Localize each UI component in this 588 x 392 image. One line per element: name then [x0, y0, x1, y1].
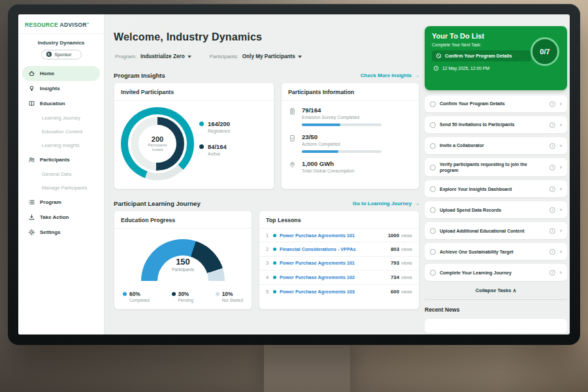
brand-advisor: ADVISOR: [59, 22, 86, 28]
top-lessons-card: Top Lessons 1 Power Purchase Agreements …: [259, 210, 419, 310]
task-row-invite-collaborator[interactable]: Invite a Collaborator i ›: [425, 137, 567, 154]
sidebar-item-education-content[interactable]: Education Content: [22, 125, 100, 139]
progress-track: [302, 123, 382, 126]
checkbox-circle-icon[interactable]: [430, 143, 436, 149]
task-row-upload-spend-data[interactable]: Upload Spend Data Records i ›: [425, 201, 567, 218]
sidebar-item-learning-journey[interactable]: Learning Journey: [22, 111, 100, 125]
sidebar-item-settings[interactable]: Settings: [22, 225, 100, 240]
todo-next-task[interactable]: Confirm Your Program Details: [432, 50, 531, 61]
lesson-link[interactable]: Power Purchase Agreements 101: [280, 233, 388, 238]
monitor-stand: [264, 340, 350, 392]
task-row-complete-learning-journey[interactable]: Complete Your Learning Journey i ›: [425, 264, 567, 281]
sidebar-item-home[interactable]: Home: [22, 66, 100, 81]
participants-dropdown[interactable]: Participants: Only My Participants: [210, 54, 302, 59]
task-row-explore-insights[interactable]: Explore Your Insights Dashboard i ›: [425, 180, 567, 197]
legend-dot: [172, 292, 176, 296]
emission-survey-icon: [288, 107, 297, 126]
sidebar-item-learning-insights[interactable]: Learning Insights: [22, 139, 100, 152]
chevron-right-icon: ›: [560, 143, 562, 149]
task-row-confirm-program[interactable]: Confirm Your Program Details i ›: [425, 95, 567, 112]
info-icon[interactable]: i: [549, 186, 555, 192]
sidebar-item-program[interactable]: Program: [22, 195, 100, 210]
sidebar-item-label: Insights: [40, 86, 60, 91]
chevron-up-icon: ∧: [513, 287, 517, 293]
collapse-tasks-button[interactable]: Collapse Tasks ∧: [425, 285, 567, 295]
legend-dot: [199, 122, 204, 126]
sidebar-item-take-action[interactable]: Take Action: [22, 210, 100, 225]
sidebar-item-participants[interactable]: Participants: [22, 152, 100, 167]
chevron-down-icon: [298, 56, 302, 58]
education-icon: [27, 99, 35, 107]
legend-dot: [199, 144, 204, 149]
lesson-bullet: [273, 234, 276, 237]
learning-cards-row: Education Progress 150 Participants 60% …: [114, 210, 419, 310]
participants-icon: [27, 155, 35, 163]
info-icon[interactable]: i: [549, 207, 555, 213]
lesson-link[interactable]: Power Purchase Agreements 103: [280, 289, 391, 295]
legend-item-completed: 60% Completed: [123, 291, 150, 302]
info-icon[interactable]: i: [549, 228, 555, 234]
chevron-right-icon: ›: [560, 122, 562, 128]
education-progress-card: Education Progress 150 Participants 60% …: [114, 210, 252, 310]
sidebar-item-label: Participants: [40, 157, 70, 163]
sidebar-item-education[interactable]: Education: [22, 96, 100, 111]
section-title: Program Insights: [114, 72, 165, 79]
check-more-insights-link[interactable]: Check More Insights →: [361, 73, 419, 78]
lesson-link[interactable]: Power Purchase Agreements 102: [280, 274, 391, 280]
legend-dot: [216, 292, 220, 296]
legend-item-active: 84/164 Active: [199, 143, 230, 156]
sidebar-item-label: Education: [40, 101, 65, 106]
info-icon[interactable]: i: [549, 143, 555, 149]
recent-news-card[interactable]: [425, 319, 567, 333]
chevron-right-icon: ›: [560, 165, 562, 171]
task-row-send-invitations[interactable]: Send 50 Invitations to Participants i ›: [425, 116, 567, 133]
checkbox-circle-icon[interactable]: [430, 228, 436, 234]
divider: [425, 299, 567, 300]
filters-bar: Program: Industrialize Zero Participants…: [115, 54, 302, 59]
checkbox-circle-icon[interactable]: [430, 165, 436, 171]
checkbox-circle-icon[interactable]: [430, 270, 436, 276]
section-title: Participant Learning Journey: [114, 200, 201, 207]
lesson-row: 1 Power Purchase Agreements 101 1000 vie…: [259, 229, 419, 242]
invited-participants-card: Invited Participants 200 Participants In…: [114, 82, 274, 189]
sidebar-item-insights[interactable]: Insights: [22, 81, 100, 96]
insights-cards-row: Invited Participants 200 Participants In…: [114, 82, 419, 189]
donut-center-value: 200: [152, 135, 163, 143]
lesson-link[interactable]: Power Purchase Agreements 101: [280, 260, 391, 266]
sidebar-item-label: Settings: [40, 229, 61, 235]
arrow-right-icon: →: [414, 73, 419, 78]
card-title: Top Lessons: [259, 211, 419, 229]
stat-actions-completed: 23/50 Actions Completed: [282, 127, 419, 154]
task-row-achieve-target[interactable]: Achieve One Sustainability Target i ›: [425, 243, 567, 260]
gear-icon: [27, 228, 35, 236]
progress-fill: [302, 123, 340, 126]
gauge-legend: 60% Completed 30% Pending 10% Not Star: [114, 281, 252, 302]
lesson-link[interactable]: Financial Considerations - VPPAs: [280, 246, 391, 252]
info-icon[interactable]: i: [549, 122, 555, 128]
checkbox-circle-icon[interactable]: [430, 207, 436, 213]
sidebar-item-manage-participants[interactable]: Manage Participants: [22, 181, 100, 195]
chevron-right-icon: ›: [560, 228, 562, 234]
info-icon[interactable]: i: [549, 270, 555, 276]
page-title: Welcome, Industry Dynamics: [114, 31, 262, 43]
sidebar-nav: Home Insights Education Learning Journey…: [18, 65, 104, 241]
info-icon[interactable]: i: [549, 101, 555, 107]
sidebar-item-general-data[interactable]: General Data: [22, 167, 100, 181]
checkbox-circle-icon[interactable]: [430, 122, 436, 128]
chevron-right-icon: ›: [560, 270, 562, 276]
task-row-upload-educational-content[interactable]: Upload Additional Educational Content i …: [425, 222, 567, 239]
learning-journey-header: Participant Learning Journey Go to Learn…: [114, 200, 419, 207]
info-icon[interactable]: i: [549, 249, 555, 255]
go-to-learning-journey-link[interactable]: Go to Learning Journey →: [353, 201, 419, 206]
gauge-center: 150 Participants: [141, 257, 225, 272]
donut-center-label: Participants Invited: [144, 143, 171, 152]
donut-center: 200 Participants Invited: [139, 125, 176, 163]
program-dropdown[interactable]: Program: Industrialize Zero: [115, 54, 191, 59]
checkbox-circle-icon[interactable]: [430, 186, 436, 192]
todo-task-list: Confirm Your Program Details i › Send 50…: [425, 95, 567, 333]
chevron-right-icon: ›: [560, 249, 562, 255]
task-row-verify-participants[interactable]: Verify participants requesting to join t…: [425, 158, 567, 176]
info-icon[interactable]: i: [549, 165, 555, 171]
checkbox-circle-icon[interactable]: [430, 101, 436, 107]
checkbox-circle-icon[interactable]: [430, 249, 436, 255]
